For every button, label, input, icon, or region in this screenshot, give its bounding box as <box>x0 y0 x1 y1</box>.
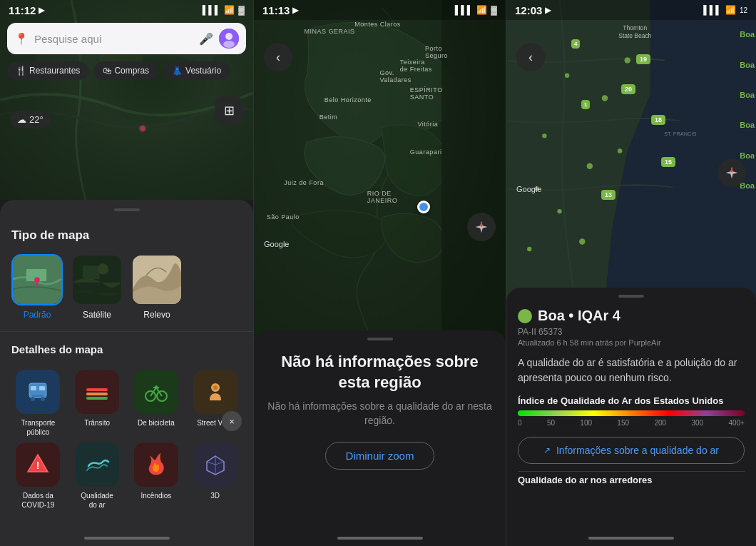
avatar[interactable] <box>219 29 239 49</box>
aq-info-button[interactable]: ↗ Informações sobre a qualidade do ar <box>518 437 745 464</box>
detail-label-transport: Transportepúblico <box>21 418 55 437</box>
svg-point-18 <box>31 397 35 401</box>
status-icons-3: ▌▌▌ 📶 12 <box>703 5 747 15</box>
wifi-icon-3: 📶 <box>725 5 736 15</box>
svg-point-42 <box>587 163 593 168</box>
aq-marker-13: 13 <box>601 190 615 200</box>
battery-icon: ▓ <box>238 5 245 15</box>
compass-button-2[interactable] <box>467 213 496 241</box>
home-bar-2 <box>254 530 506 546</box>
aq-header: Boa • IQAr 4 <box>518 308 745 324</box>
detail-label-air: Qualidadedo ar <box>81 491 113 510</box>
svg-rect-15 <box>31 386 36 390</box>
aq-scale-labels: 0 50 100 150 200 300 400+ <box>518 419 745 427</box>
svg-rect-17 <box>32 395 44 397</box>
status-time-1: 11:12 ▶ <box>9 4 44 16</box>
aq-marker-20: 20 <box>621 84 635 94</box>
svg-point-25 <box>155 385 158 388</box>
back-icon-3: ‹ <box>528 50 533 65</box>
layers-button[interactable]: ⊞ <box>215 96 243 125</box>
aq-id: PA-II 65373 <box>518 327 745 337</box>
svg-point-47 <box>527 247 531 251</box>
microphone-icon[interactable]: 🎤 <box>199 32 213 46</box>
status-bar-2: 11:13 ▶ ▌▌▌ 📶 ▓ <box>254 0 506 20</box>
location-arrow-icon: ▶ <box>39 6 44 15</box>
aq-index-title: Índice de Qualidade do Ar dos Estados Un… <box>518 395 745 406</box>
aq-status-circle <box>518 309 532 323</box>
svg-point-27 <box>213 385 218 390</box>
map-type-satelite[interactable]: Satélite <box>71 254 123 320</box>
category-vestuario[interactable]: 👗 Vestuário <box>163 61 230 80</box>
svg-point-38 <box>624 57 630 63</box>
svg-point-39 <box>602 95 608 101</box>
aq-description: A qualidade do ar é satisfatória e a pol… <box>518 355 745 385</box>
compass-button-3[interactable] <box>717 158 746 187</box>
threed-icon <box>193 443 237 487</box>
map-categories: 🍴 Restaurantes 🛍 Compras 👗 Vestuário <box>7 61 230 80</box>
search-bar[interactable]: 📍 Pesquise aqui 🎤 <box>7 23 246 54</box>
map-background-3: Thornton State Beach ST. FRANCIS 19 20 1… <box>506 0 756 302</box>
back-icon-2: ‹ <box>276 50 280 65</box>
map-type-label-padrao: Padrão <box>24 310 51 320</box>
bike-icon <box>134 370 178 414</box>
svg-rect-16 <box>39 386 45 390</box>
panel2-handle <box>367 338 393 340</box>
aq-marker-4: 4 <box>571 39 580 49</box>
svg-marker-50 <box>730 167 732 173</box>
google-logo-2: Google <box>264 240 289 248</box>
svg-marker-33 <box>480 221 482 227</box>
details-title: Detalhes do mapa <box>11 343 242 355</box>
status-bar-1: 11:12 ▶ ▌▌▌ 📶 ▓ <box>0 0 253 20</box>
battery-icon-3: 12 <box>740 6 747 14</box>
detail-transit[interactable]: Trânsito <box>71 370 124 437</box>
category-compras[interactable]: 🛍 Compras <box>94 61 158 80</box>
detail-label-transit: Trânsito <box>84 418 110 428</box>
back-button-3[interactable]: ‹ <box>516 43 545 71</box>
cloud-icon: ☁ <box>17 114 26 125</box>
map-types-row: Padrão Satélite <box>11 254 242 320</box>
map-type-sheet: × Tipo de mapa <box>0 200 253 546</box>
svg-point-44 <box>579 238 585 244</box>
layers-icon: ⊞ <box>224 103 235 118</box>
battery-icon-2: ▓ <box>491 5 497 15</box>
detail-transport[interactable]: Transportepúblico <box>11 370 65 437</box>
detail-bike[interactable]: De bicicleta <box>130 370 183 437</box>
sheet-handle <box>114 208 140 211</box>
detail-label-bike: De bicicleta <box>138 418 175 428</box>
boa-label-2: Boa <box>740 61 755 69</box>
svg-point-5 <box>225 33 233 40</box>
map-type-padrao[interactable]: Padrão <box>11 254 63 320</box>
home-indicator-3 <box>588 537 674 540</box>
boa-label-4: Boa <box>740 121 755 129</box>
svg-point-3 <box>141 126 145 131</box>
svg-text:Thornton: Thornton <box>623 24 647 31</box>
detail-air[interactable]: Qualidadedo ar <box>71 443 124 510</box>
category-restaurantes[interactable]: 🍴 Restaurantes <box>7 61 88 80</box>
map-types-title: Tipo de mapa <box>11 228 242 243</box>
google-logo-3: Google <box>516 185 541 193</box>
zoom-out-button[interactable]: Diminuir zoom <box>325 442 435 470</box>
detail-covid[interactable]: ! Dados daCOVID-19 <box>11 443 65 510</box>
detail-label-3d: 3D <box>210 491 220 500</box>
streetview-icon <box>193 370 237 414</box>
back-button-2[interactable]: ‹ <box>264 43 292 71</box>
maps-logo-icon: 📍 <box>14 32 29 46</box>
location-icon-3: ▶ <box>545 6 551 15</box>
no-info-title: Não há informações sobre esta região <box>265 352 494 393</box>
svg-rect-21 <box>86 393 108 395</box>
detail-fire[interactable]: Incêndios <box>130 443 183 510</box>
detail-label-fire: Incêndios <box>141 491 171 500</box>
status-icons-1: ▌▌▌ 📶 ▓ <box>203 5 245 15</box>
map-type-relevo[interactable]: Relevo <box>131 254 183 320</box>
status-icons-2: ▌▌▌ 📶 ▓ <box>455 5 497 15</box>
home-bar-1 <box>11 530 242 546</box>
svg-text:State Beach: State Beach <box>618 32 651 39</box>
fire-icon <box>134 443 178 487</box>
aq-scale-bar <box>518 410 745 416</box>
divider-1 <box>0 331 253 332</box>
detail-3d[interactable]: 3D <box>188 443 242 510</box>
svg-point-43 <box>557 209 561 213</box>
close-button[interactable]: × <box>222 411 242 431</box>
home-bar-3 <box>506 530 756 546</box>
map-type-icon-satelite <box>71 254 123 305</box>
